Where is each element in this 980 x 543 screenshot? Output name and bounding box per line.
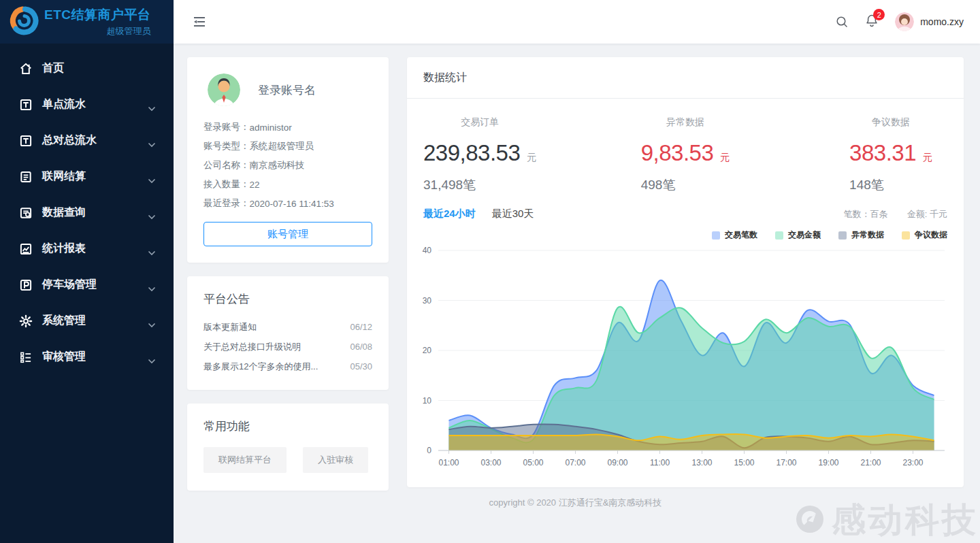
quick-actions-buttons: 联网结算平台入驻审核	[203, 447, 372, 473]
app-root: ETC结算商户平台 超级管理员 首页单点流水总对总流水联网结算数据查询统计报表停…	[0, 0, 980, 543]
svg-text:11:00: 11:00	[650, 458, 670, 467]
legend-swatch	[712, 231, 720, 240]
tab-recent-24h[interactable]: 最近24小时	[423, 208, 476, 220]
left-column: 登录账号名 登录账号：administor账号类型：系统超级管理员公司名称：南京…	[187, 57, 389, 491]
svg-text:0: 0	[427, 446, 431, 455]
legend-swatch	[838, 231, 847, 240]
sidebar-item-single-flow[interactable]: 单点流水	[0, 86, 174, 122]
stats-row: 交易订单239,83.53元31,498笔异常数据9,83.53元498笔争议数…	[407, 99, 964, 197]
traffic-area-chart[interactable]: 01020304001:0003:0005:0007:0009:0011:001…	[407, 241, 964, 478]
stats-card-title: 数据统计	[407, 57, 964, 99]
svg-text:09:00: 09:00	[607, 458, 627, 467]
legend-label: 交易笔数	[725, 229, 757, 241]
svg-text:15:00: 15:00	[734, 458, 754, 467]
unit-note-amount: 金额: 千元	[907, 208, 947, 220]
chevron-down-icon	[148, 282, 156, 288]
app-subtitle: 超级管理员	[107, 25, 151, 37]
legend-item[interactable]: 交易金额	[775, 229, 821, 241]
chevron-down-icon	[148, 318, 156, 324]
chart-icon	[19, 242, 33, 256]
sidebar-item-label: 系统管理	[42, 314, 148, 328]
profile-row: 公司名称：南京感动科技	[203, 156, 372, 175]
stat-label: 异常数据	[641, 116, 730, 129]
quick-action-button-0[interactable]: 联网结算平台	[203, 447, 287, 473]
sidebar-item-label: 首页	[42, 61, 156, 76]
stats-card: 数据统计 交易订单239,83.53元31,498笔异常数据9,83.53元49…	[407, 57, 964, 487]
stat-value: 9,83.53	[641, 140, 714, 166]
legend-swatch	[902, 231, 910, 240]
legend-label: 交易金额	[788, 229, 821, 241]
legend-item[interactable]: 争议数据	[902, 229, 947, 241]
profile-row: 登录账号：administor	[203, 118, 372, 137]
announcement-item[interactable]: 最多展示12个字多余的使用...05/30	[203, 357, 372, 376]
document-icon	[19, 170, 33, 184]
stat-column: 异常数据9,83.53元498笔	[593, 116, 779, 194]
legend-item[interactable]: 交易笔数	[712, 229, 757, 241]
svg-text:23:00: 23:00	[902, 458, 923, 467]
chevron-down-icon	[148, 138, 156, 144]
sidebar-nav: 首页单点流水总对总流水联网结算数据查询统计报表停车场管理系统管理审核管理	[0, 44, 174, 375]
sidebar-item-report[interactable]: 统计报表	[0, 231, 174, 267]
announcement-card: 平台公告 版本更新通知06/12关于总对总接口升级说明06/08最多展示12个字…	[187, 276, 389, 390]
account-manage-button[interactable]: 账号管理	[203, 222, 372, 246]
announcement-item[interactable]: 版本更新通知06/12	[203, 317, 372, 337]
sidebar-item-label: 数据查询	[42, 205, 148, 220]
sidebar-item-total-flow[interactable]: 总对总流水	[0, 122, 174, 159]
user-menu[interactable]: momo.zxy	[895, 12, 964, 31]
announcement-item[interactable]: 关于总对总接口升级说明06/08	[203, 337, 372, 357]
legend-item[interactable]: 异常数据	[838, 229, 884, 241]
copyright-text: copyright © 2020 江苏通行宝&南京感动科技	[187, 497, 964, 509]
legend-label: 异常数据	[851, 229, 884, 241]
sidebar-item-system[interactable]: 系统管理	[0, 303, 174, 339]
svg-text:01:00: 01:00	[438, 458, 459, 467]
announcement-title: 平台公告	[203, 291, 372, 307]
home-icon	[19, 62, 33, 76]
main-area: 2 momo.zxy	[174, 0, 980, 543]
sidebar-item-home[interactable]: 首页	[0, 50, 174, 86]
sidebar-item-label: 单点流水	[42, 97, 148, 112]
svg-text:40: 40	[423, 246, 432, 255]
sidebar-item-label: 审核管理	[42, 350, 148, 364]
chevron-down-icon	[148, 355, 156, 360]
search-icon[interactable]	[835, 15, 849, 29]
content: 登录账号名 登录账号：administor账号类型：系统超级管理员公司名称：南京…	[174, 44, 980, 543]
announcement-list: 版本更新通知06/12关于总对总接口升级说明06/08最多展示12个字多余的使用…	[203, 317, 372, 376]
sidebar-item-network-settlement[interactable]: 联网结算	[0, 159, 174, 195]
chevron-down-icon	[148, 210, 156, 216]
ticket-icon	[19, 134, 33, 148]
topbar: 2 momo.zxy	[174, 0, 980, 44]
stat-count: 31,498笔	[423, 176, 536, 194]
app-title: ETC结算商户平台	[44, 6, 151, 24]
sidebar-item-audit[interactable]: 审核管理	[0, 339, 174, 375]
sidebar: ETC结算商户平台 超级管理员 首页单点流水总对总流水联网结算数据查询统计报表停…	[0, 0, 174, 543]
chart-legend: 交易笔数交易金额异常数据争议数据	[407, 229, 964, 241]
profile-row: 账号类型：系统超级管理员	[203, 137, 372, 156]
quick-actions-title: 常用功能	[203, 418, 372, 434]
svg-text:10: 10	[423, 396, 432, 406]
tab-recent-30d[interactable]: 最近30天	[492, 208, 534, 220]
svg-text:17:00: 17:00	[776, 458, 796, 467]
stat-unit: 元	[720, 152, 730, 164]
chevron-down-icon	[148, 246, 156, 252]
unit-note-count: 笔数：百条	[844, 208, 888, 220]
menu-fold-icon[interactable]	[191, 15, 208, 29]
sidebar-item-parking[interactable]: 停车场管理	[0, 267, 174, 303]
legend-label: 争议数据	[915, 229, 947, 241]
unit-notes: 笔数：百条 金额: 千元	[844, 208, 947, 220]
parking-icon	[19, 278, 33, 292]
profile-avatar	[208, 73, 240, 106]
username-label: momo.zxy	[920, 16, 964, 27]
svg-text:21:00: 21:00	[860, 458, 881, 467]
doc-search-icon	[19, 206, 33, 220]
profile-title: 登录账号名	[258, 82, 316, 98]
notifications-button[interactable]: 2	[865, 14, 879, 30]
ticket-icon	[19, 98, 33, 112]
svg-text:05:00: 05:00	[523, 458, 543, 467]
sidebar-item-data-query[interactable]: 数据查询	[0, 195, 174, 231]
stat-unit: 元	[923, 152, 932, 164]
notification-badge: 2	[873, 9, 885, 20]
quick-action-button-1[interactable]: 入驻审核	[303, 447, 368, 473]
svg-text:20: 20	[423, 346, 432, 355]
stat-label: 交易订单	[423, 116, 536, 129]
chevron-down-icon	[148, 174, 156, 180]
